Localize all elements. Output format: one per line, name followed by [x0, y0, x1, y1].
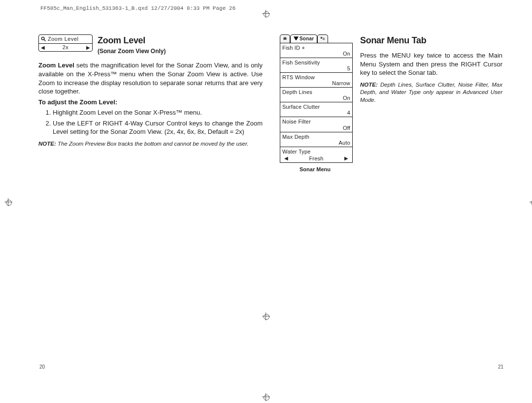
sonar-row: RTS WindowNarrow	[280, 73, 352, 88]
sonar-row-label: RTS Window	[282, 74, 350, 80]
zoom-level-value: 2x	[63, 45, 69, 50]
file-header: FF585c_Man_English_531363-1_B.qxd 12/27/…	[40, 5, 235, 12]
sonar-row-label: Max Depth	[282, 134, 350, 140]
svg-line-1	[44, 39, 45, 41]
zoom-level-widget: Zoom Level ◀ 2x ▶	[38, 34, 93, 52]
adjust-steps: Highlight Zoom Level on the Sonar X-Pres…	[46, 108, 263, 136]
alarm-icon	[283, 36, 287, 41]
sonar-menu-body: Fish ID +On Fish Sensitivity5 RTS Window…	[280, 43, 353, 163]
note-label: NOTE:	[38, 141, 56, 147]
zoom-level-widget-value-row: ◀ 2x ▶	[39, 44, 92, 51]
left-arrow-icon: ◀	[284, 155, 288, 161]
sonar-row-value: On	[282, 95, 350, 101]
zoom-level-header-row: Zoom Level ◀ 2x ▶ Zoom Level (Sonar Zoom…	[38, 34, 263, 59]
left-column: Zoom Level ◀ 2x ▶ Zoom Level (Sonar Zoom…	[38, 34, 263, 175]
note-body: Depth Lines, Surface Clutter, Noise Filt…	[360, 82, 502, 103]
zoom-level-widget-title-row: Zoom Level	[39, 35, 92, 44]
sonar-row-value: Off	[282, 125, 350, 131]
page: FF585c_Man_English_531363-1_B.qxd 12/27/…	[0, 0, 532, 403]
zoom-level-description: Zoom Level sets the magnification level …	[38, 61, 263, 95]
sonar-menu-caption: Sonar Menu	[299, 166, 353, 173]
sonar-row-last: Water Type ◀ Fresh ▶	[280, 147, 352, 162]
sonar-row-label: Fish Sensitivity	[282, 60, 350, 65]
magnify-icon	[41, 36, 46, 42]
note-label: NOTE:	[360, 82, 378, 88]
sonar-row-label: Noise Filter	[282, 119, 350, 124]
right-arrow-icon: ▶	[86, 45, 91, 50]
zoom-level-title: Zoom Level	[98, 34, 166, 46]
sonar-row: Fish ID +On	[280, 43, 352, 58]
zoom-note: NOTE: The Zoom Preview Box tracks the bo…	[38, 140, 263, 148]
adjust-heading: To adjust the Zoom Level:	[38, 98, 263, 107]
sonar-header-row: Sonar Fish ID +On Fish Sensitivity5 RTS …	[280, 34, 502, 173]
sonar-tab-setup	[317, 34, 328, 43]
sonar-row: Fish Sensitivity5	[280, 58, 352, 73]
content: Zoom Level ◀ 2x ▶ Zoom Level (Sonar Zoom…	[38, 34, 502, 175]
sonar-row-value: Auto	[282, 140, 350, 146]
sonar-menu-figure: Sonar Fish ID +On Fish Sensitivity5 RTS …	[280, 34, 353, 173]
adjust-step: Use the LEFT or RIGHT 4-Way Cursor Contr…	[53, 119, 263, 136]
zoom-level-lead-bold: Zoom Level	[38, 62, 74, 69]
svg-rect-5	[323, 39, 325, 40]
zoom-level-heading-block: Zoom Level (Sonar Zoom View Only)	[98, 34, 166, 59]
sonar-text-block: Sonar Menu Tab Press the MENU key twice …	[360, 34, 502, 106]
sonar-section-title: Sonar Menu Tab	[360, 34, 502, 46]
sonar-row-value: On	[282, 51, 350, 57]
sonar-row-value: Narrow	[282, 80, 350, 86]
svg-rect-3	[323, 38, 325, 38]
right-column: Sonar Fish ID +On Fish Sensitivity5 RTS …	[275, 34, 502, 175]
sonar-last-value-row: ◀ Fresh ▶	[282, 155, 350, 162]
sonar-tab-alarm	[280, 34, 290, 43]
sonar-row-label: Surface Clutter	[282, 104, 350, 110]
page-number-left: 20	[39, 364, 45, 371]
right-arrow-icon: ▶	[344, 155, 348, 161]
sonar-menu-widget: Sonar Fish ID +On Fish Sensitivity5 RTS …	[280, 34, 353, 163]
svg-point-0	[41, 37, 44, 40]
sonar-section-body: Press the MENU key twice to access the M…	[360, 51, 502, 77]
sonar-row: Depth LinesOn	[280, 88, 352, 102]
sonar-row-label: Fish ID +	[282, 45, 350, 51]
page-number-right: 21	[498, 364, 503, 371]
zoom-level-widget-title: Zoom Level	[48, 36, 78, 42]
sonar-row-label: Depth Lines	[282, 89, 350, 95]
adjust-step: Highlight Zoom Level on the Sonar X-Pres…	[53, 108, 263, 117]
setup-icon	[320, 36, 325, 41]
svg-rect-4	[323, 39, 325, 39]
sonar-row-value: 4	[282, 110, 350, 116]
sonar-note: NOTE: Depth Lines, Surface Clutter, Nois…	[360, 81, 502, 104]
svg-rect-2	[321, 37, 322, 38]
left-arrow-icon: ◀	[41, 45, 45, 50]
sonar-row: Noise FilterOff	[280, 117, 352, 132]
sonar-row: Surface Clutter4	[280, 102, 352, 117]
sonar-tab-label: Sonar	[299, 35, 314, 42]
sonar-last-value: Fresh	[309, 155, 323, 161]
sonar-row-label: Water Type	[282, 149, 350, 155]
sonar-row-value: 5	[282, 65, 350, 71]
sonar-icon	[294, 36, 299, 41]
zoom-level-subtitle: (Sonar Zoom View Only)	[98, 47, 166, 55]
sonar-row: Max DepthAuto	[280, 132, 352, 147]
sonar-menu-tabs: Sonar	[280, 34, 353, 43]
sonar-tab-sonar: Sonar	[290, 34, 317, 43]
note-body: The Zoom Preview Box tracks the bottom a…	[56, 141, 249, 147]
